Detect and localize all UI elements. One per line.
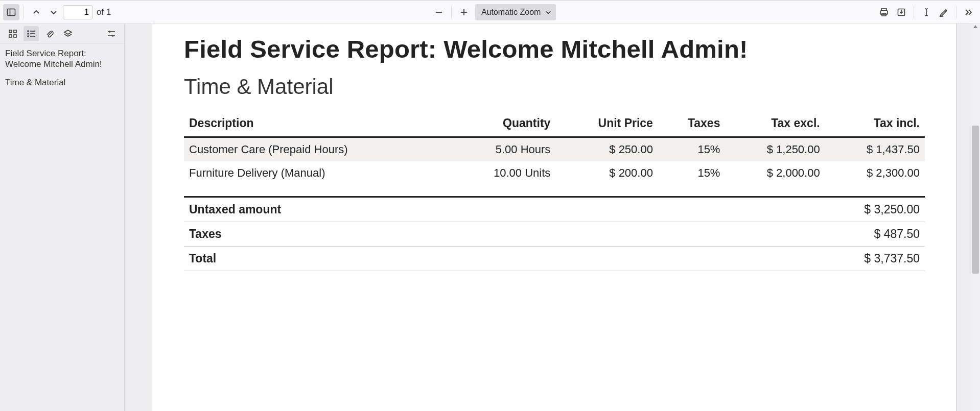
layers-icon [63,29,73,38]
page-number-input[interactable] [63,5,92,19]
download-button[interactable] [893,4,909,20]
more-tools-button[interactable] [961,4,977,20]
table-cell: $ 1,437.50 [825,137,925,162]
outline-view-button[interactable] [24,26,39,41]
zoom-out-button[interactable] [431,4,447,20]
table-cell: 15% [658,137,726,162]
table-cell: 5.00 Hours [450,137,556,162]
outline-icon [27,29,36,38]
table-header-row: DescriptionQuantityUnit PriceTaxesTax ex… [184,112,925,137]
line-items-table: DescriptionQuantityUnit PriceTaxesTax ex… [184,112,925,185]
svg-marker-26 [973,25,977,28]
column-header: Quantity [450,112,556,137]
layers-view-button[interactable] [60,26,76,41]
next-page-button[interactable] [45,4,62,20]
totals-value: $ 3,250.00 [635,197,925,222]
svg-rect-14 [14,35,16,37]
totals-value: $ 3,737.50 [635,247,925,271]
table-cell: $ 2,000.00 [725,161,825,185]
thumbnails-view-button[interactable] [5,26,20,41]
text-cursor-icon [922,8,931,17]
sliders-icon [107,29,116,38]
outline-list: Field Service Report: Welcome Mitchell A… [0,44,124,91]
table-cell: $ 250.00 [555,137,658,162]
chevron-up-icon [32,8,40,16]
sidebar-icon [7,8,16,17]
pencil-icon [939,8,948,17]
zoom-in-button[interactable] [456,4,472,20]
table-cell: $ 200.00 [555,161,658,185]
thumbnails-icon [8,29,17,38]
svg-rect-0 [8,9,15,15]
text-select-tool-button[interactable] [918,4,935,20]
download-icon [897,8,906,17]
table-cell: Customer Care (Prepaid Hours) [184,137,450,162]
prev-page-button[interactable] [28,4,44,20]
svg-point-17 [28,36,29,37]
zoom-select-label: Automatic Zoom [481,8,541,17]
chevron-down-icon [545,9,552,16]
totals-label: Taxes [184,222,635,247]
svg-marker-21 [64,30,72,34]
table-cell: $ 1,250.00 [725,137,825,162]
outline-item[interactable]: Field Service Report: Welcome Mitchell A… [0,44,124,73]
table-cell: 10.00 Units [450,161,556,185]
table-cell: $ 2,300.00 [825,161,925,185]
printer-icon [879,8,889,17]
table-cell: 15% [658,161,726,185]
pdf-page: Field Service Report: Welcome Mitchell A… [152,23,956,411]
page-count-label: of 1 [97,7,111,17]
totals-label: Total [184,247,635,271]
svg-rect-12 [14,30,16,33]
sidebar-settings-button[interactable] [104,26,119,41]
table-row: Customer Care (Prepaid Hours)5.00 Hours$… [184,137,925,162]
zoom-select[interactable]: Automatic Zoom [475,4,556,20]
column-header: Description [184,112,450,137]
sidebar-header [0,23,124,44]
chevron-down-icon [50,8,58,16]
chevrons-right-icon [964,8,973,17]
draw-tool-button[interactable] [936,4,952,20]
paperclip-icon [45,29,54,38]
svg-point-16 [28,33,29,34]
minus-icon [435,8,443,16]
table-cell: Furniture Delivery (Manual) [184,161,450,185]
totals-row: Taxes$ 487.50 [184,222,925,247]
totals-row: Total$ 3,737.50 [184,247,925,271]
column-header: Unit Price [555,112,658,137]
table-row: Furniture Delivery (Manual)10.00 Units$ … [184,161,925,185]
attachments-view-button[interactable] [42,26,57,41]
print-button[interactable] [876,4,892,20]
scroll-thumb[interactable] [972,126,979,274]
totals-label: Untaxed amount [184,197,635,222]
page-viewport: Field Service Report: Welcome Mitchell A… [125,23,980,411]
pdf-toolbar: of 1 Automatic Zoom [0,0,980,23]
toggle-sidebar-button[interactable] [3,4,19,20]
vertical-scrollbar[interactable] [971,23,980,411]
outline-item[interactable]: Time & Material [0,73,124,91]
totals-row: Untaxed amount$ 3,250.00 [184,197,925,222]
svg-rect-6 [880,11,888,14]
column-header: Tax excl. [725,112,825,137]
svg-rect-13 [9,35,12,37]
sidebar: Field Service Report: Welcome Mitchell A… [0,23,125,411]
svg-point-15 [28,31,29,32]
totals-table: Untaxed amount$ 3,250.00Taxes$ 487.50Tot… [184,196,925,271]
svg-rect-11 [9,30,12,33]
section-heading: Time & Material [184,75,925,99]
totals-value: $ 487.50 [635,222,925,247]
document-title: Field Service Report: Welcome Mitchell A… [184,35,925,63]
column-header: Tax incl. [825,112,925,137]
plus-icon [460,8,468,16]
column-header: Taxes [658,112,726,137]
